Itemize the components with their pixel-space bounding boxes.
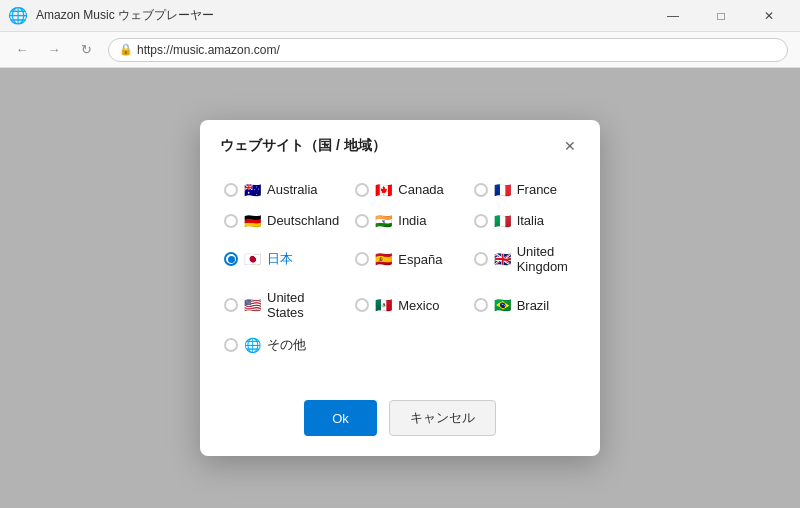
radio-australia: [224, 183, 238, 197]
label-brazil: Brazil: [517, 298, 550, 313]
flag-italia: 🇮🇹: [494, 214, 511, 228]
country-item-canada[interactable]: 🇨🇦Canada: [351, 176, 461, 203]
refresh-button[interactable]: ↻: [72, 36, 100, 64]
radio-canada: [355, 183, 369, 197]
label-japan: 日本: [267, 250, 293, 268]
maximize-button[interactable]: □: [698, 0, 744, 32]
country-item-united-states[interactable]: 🇺🇸United States: [220, 284, 343, 326]
country-item-brazil[interactable]: 🇧🇷Brazil: [470, 284, 580, 326]
country-item-other[interactable]: 🌐その他: [220, 330, 343, 360]
dialog-footer: Ok キャンセル: [200, 396, 600, 456]
radio-mexico: [355, 298, 369, 312]
address-text: https://music.amazon.com/: [137, 43, 280, 57]
radio-italia: [474, 214, 488, 228]
flag-brazil: 🇧🇷: [494, 298, 511, 312]
country-item-italia[interactable]: 🇮🇹Italia: [470, 207, 580, 234]
flag-deutschland: 🇩🇪: [244, 214, 261, 228]
label-deutschland: Deutschland: [267, 213, 339, 228]
country-grid: 🇦🇺Australia🇨🇦Canada🇫🇷France🇩🇪Deutschland…: [220, 176, 580, 360]
globe-icon: 🌐: [8, 6, 28, 25]
radio-other: [224, 338, 238, 352]
dialog-close-button[interactable]: ✕: [560, 136, 580, 156]
country-dialog: ウェブサイト（国 / 地域） ✕ 🇦🇺Australia🇨🇦Canada🇫🇷Fr…: [200, 120, 600, 456]
ok-button[interactable]: Ok: [304, 400, 377, 436]
label-canada: Canada: [398, 182, 444, 197]
flag-japan: 🇯🇵: [244, 252, 261, 266]
label-australia: Australia: [267, 182, 318, 197]
radio-brazil: [474, 298, 488, 312]
dialog-body: 🇦🇺Australia🇨🇦Canada🇫🇷France🇩🇪Deutschland…: [200, 168, 600, 396]
minimize-button[interactable]: —: [650, 0, 696, 32]
label-other: その他: [267, 336, 306, 354]
flag-india: 🇮🇳: [375, 214, 392, 228]
radio-united-kingdom: [474, 252, 488, 266]
country-item-japan[interactable]: 🇯🇵日本: [220, 238, 343, 280]
label-india: India: [398, 213, 426, 228]
flag-canada: 🇨🇦: [375, 183, 392, 197]
label-united-kingdom: United Kingdom: [517, 244, 576, 274]
flag-australia: 🇦🇺: [244, 183, 261, 197]
navbar: ← → ↻ 🔒 https://music.amazon.com/: [0, 32, 800, 68]
label-france: France: [517, 182, 557, 197]
country-item-deutschland[interactable]: 🇩🇪Deutschland: [220, 207, 343, 234]
country-item-france[interactable]: 🇫🇷France: [470, 176, 580, 203]
radio-india: [355, 214, 369, 228]
flag-mexico: 🇲🇽: [375, 298, 392, 312]
back-button[interactable]: ←: [8, 36, 36, 64]
radio-japan: [224, 252, 238, 266]
label-espana: España: [398, 252, 442, 267]
forward-button[interactable]: →: [40, 36, 68, 64]
radio-united-states: [224, 298, 238, 312]
country-item-espana[interactable]: 🇪🇸España: [351, 238, 461, 280]
label-mexico: Mexico: [398, 298, 439, 313]
flag-france: 🇫🇷: [494, 183, 511, 197]
country-item-united-kingdom[interactable]: 🇬🇧United Kingdom: [470, 238, 580, 280]
country-item-australia[interactable]: 🇦🇺Australia: [220, 176, 343, 203]
lock-icon: 🔒: [119, 43, 133, 56]
flag-united-states: 🇺🇸: [244, 298, 261, 312]
titlebar: 🌐 Amazon Music ウェブプレーヤー — □ ✕: [0, 0, 800, 32]
label-united-states: United States: [267, 290, 339, 320]
cancel-button[interactable]: キャンセル: [389, 400, 496, 436]
radio-france: [474, 183, 488, 197]
flag-united-kingdom: 🇬🇧: [494, 252, 511, 266]
flag-other: 🌐: [244, 338, 261, 352]
app-title: Amazon Music ウェブプレーヤー: [36, 7, 650, 24]
radio-espana: [355, 252, 369, 266]
modal-overlay: ウェブサイト（国 / 地域） ✕ 🇦🇺Australia🇨🇦Canada🇫🇷Fr…: [0, 68, 800, 508]
address-bar[interactable]: 🔒 https://music.amazon.com/: [108, 38, 788, 62]
radio-deutschland: [224, 214, 238, 228]
country-item-india[interactable]: 🇮🇳India: [351, 207, 461, 234]
window-controls: — □ ✕: [650, 0, 792, 32]
close-button[interactable]: ✕: [746, 0, 792, 32]
label-italia: Italia: [517, 213, 544, 228]
dialog-title: ウェブサイト（国 / 地域）: [220, 137, 386, 155]
country-item-mexico[interactable]: 🇲🇽Mexico: [351, 284, 461, 326]
dialog-header: ウェブサイト（国 / 地域） ✕: [200, 120, 600, 168]
main-content: ウェブサイト（国 / 地域） ✕ 🇦🇺Australia🇨🇦Canada🇫🇷Fr…: [0, 68, 800, 508]
flag-espana: 🇪🇸: [375, 252, 392, 266]
